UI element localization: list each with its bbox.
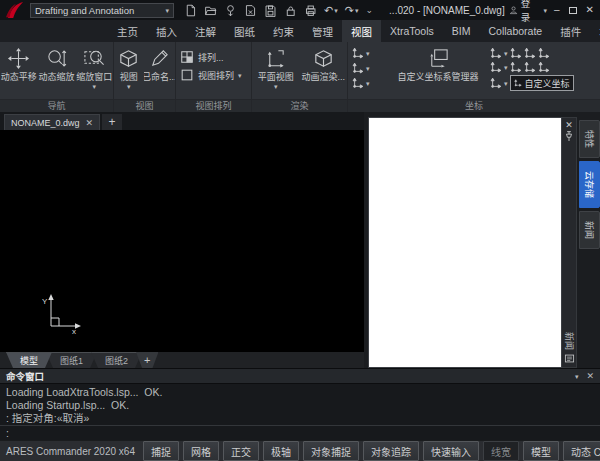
command-history[interactable]: Loading LoadXtraTools.lsp... OK. Loading… [0,384,600,425]
ucs-origin-button[interactable] [524,47,536,59]
maximize-button[interactable] [569,7,577,14]
tab-map[interactable]: 地图 [590,20,600,42]
tab-sheet[interactable]: 图纸 [225,20,264,42]
add-layout-button[interactable]: + [136,352,158,368]
palette-title-strip: ✕ 新闻 [562,117,577,368]
save-icon[interactable] [264,4,277,17]
zoom-dynamic-button[interactable]: 动态缩放 [38,44,76,98]
command-window-close-icon[interactable]: ✕ [586,371,594,381]
tab-annotate[interactable]: 注解 [186,20,225,42]
layout-tab-sheet2[interactable]: 图纸2 [91,352,142,368]
plan-view-button[interactable]: 平面视图 ▾ [252,44,300,98]
redo-button[interactable]: ↷▾ [345,4,359,17]
tab-home[interactable]: 主页 [108,20,147,42]
ucs-entity-button[interactable] [510,61,522,73]
chevron-down-icon[interactable]: ▾ [504,64,508,71]
toggle-ortho[interactable]: 正交 [223,441,259,461]
drawing-canvas[interactable]: Y x [0,130,364,352]
group-label-tile: 视图排列 [176,99,251,112]
undo-button[interactable]: ↶▾ [324,4,338,17]
zoom-window-button[interactable]: 缩放窗口 ▾ [75,44,113,98]
palette-panel[interactable] [368,117,562,368]
toggle-dynamic-ccs[interactable]: 动态 CCS [563,441,600,461]
new-file-icon[interactable] [184,4,197,17]
ribbon: 动态平移 动态缩放 缩放窗口 ▾ [0,42,600,112]
palette-close-icon[interactable]: ✕ [565,120,573,130]
ucs-world-button[interactable] [490,47,502,59]
chevron-down-icon[interactable]: ▾ [366,50,370,57]
toggle-esnap[interactable]: 对象捕捉 [303,441,359,461]
workspace-selector[interactable]: Drafting and Annotation ▾ [30,3,174,18]
tab-manage[interactable]: 管理 [303,20,342,42]
chevron-down-icon[interactable]: ▾ [366,80,370,87]
save-as-icon[interactable] [244,4,257,17]
tab-bim[interactable]: BIM [443,20,480,42]
pan-button[interactable]: 动态平移 [0,44,38,98]
ucs-button[interactable]: ▾ [352,47,386,59]
tab-view[interactable]: 视图 [342,20,381,42]
toggle-etrack[interactable]: 对象追踪 [363,441,419,461]
ucs-previous-button[interactable] [510,47,522,59]
tab-constraints[interactable]: 约束 [264,20,303,42]
chevron-down-icon: ▾ [92,83,96,90]
toggle-quickinput[interactable]: 快速输入 [423,441,479,461]
palette-tab-news[interactable]: 新闻 [579,211,600,249]
app-version-label: ARES Commander 2020 x64 [6,446,135,457]
chevron-down-icon[interactable]: ▾ [366,65,370,72]
views-button[interactable]: 视图 ▾ [114,44,144,98]
toggle-model[interactable]: 模型 [523,441,559,461]
command-window-header[interactable]: 命令窗口 ▾ ✕ [0,369,600,384]
chevron-down-icon[interactable]: ▾ [544,7,548,14]
toggle-grid[interactable]: 网格 [183,441,219,461]
layout-tab-model[interactable]: 模型 [6,352,52,368]
tab-collaborate[interactable]: Collaborate [479,20,551,42]
ucs-face-button[interactable] [524,61,536,73]
pin-icon[interactable] [564,130,574,142]
minimize-button[interactable]: – [554,5,560,15]
ares-commander-window: Drafting and Annotation ▾ ↶▾ ↷▾ ⌄ ...020… [0,0,600,461]
tab-plugins[interactable]: 插件 [551,20,590,42]
print-icon[interactable] [304,4,317,17]
command-input[interactable]: : [0,425,600,440]
ucs-manager-button[interactable]: 自定义坐标系管理器 [388,44,488,98]
named-views-button[interactable]: 已命名... [144,44,175,98]
qat-customize-button[interactable]: ⌄ [366,6,374,15]
render-button[interactable]: 动画渲染... [300,44,348,98]
view-tiles-button[interactable]: 视图排列 ▾ [176,66,251,84]
palette-tab-properties[interactable]: 特性 [579,120,600,158]
tab-insert[interactable]: 插入 [147,20,186,42]
ucs-icon [514,78,522,88]
named-view-pen-icon [148,47,171,70]
custom-ccs-combo[interactable]: 自定义坐标 [510,75,574,91]
command-prompt: : [6,427,9,439]
new-document-tab-button[interactable]: + [102,114,122,130]
ucs-named-icon [352,77,364,89]
redo-icon: ↷ [345,4,354,17]
palette-tab-cloud[interactable]: 云存储 [579,161,600,208]
layout-tab-sheet1[interactable]: 图纸1 [46,352,97,368]
ares-logo-icon [4,1,26,19]
close-button[interactable]: ✕ [586,5,594,15]
tile-button[interactable]: 排列... [176,48,251,66]
ucs-split-buttons: ▾ ▾ ▾ [348,44,388,89]
document-tab[interactable]: NONAME_0.dwg ✕ [4,114,100,130]
close-icon[interactable]: ✕ [86,118,94,128]
open-file-icon[interactable] [204,4,217,17]
ucs-apply-button[interactable] [490,77,502,89]
ucs-named-button[interactable]: ▾ [352,77,386,89]
ucs-view-button[interactable] [490,61,502,73]
toggle-snap[interactable]: 捕捉 [143,441,179,461]
toggle-polar[interactable]: 极轴 [263,441,299,461]
toggle-lineweight[interactable]: 线宽 [483,441,519,461]
chevron-down-icon[interactable]: ▾ [504,80,508,87]
ucs-rotate-button[interactable] [538,61,550,73]
command-window-dock-icon[interactable]: ▾ [575,373,579,380]
lock-icon[interactable] [284,4,297,17]
tab-xtratools[interactable]: XtraTools [381,20,443,42]
ucs-zaxis-button[interactable] [538,47,550,59]
import-icon[interactable] [224,4,237,17]
ucs-3point-button[interactable]: ▾ [352,62,386,74]
chevron-down-icon[interactable]: ▾ [504,50,508,57]
chevron-down-icon[interactable]: ▾ [334,7,338,14]
chevron-down-icon[interactable]: ▾ [355,7,359,14]
